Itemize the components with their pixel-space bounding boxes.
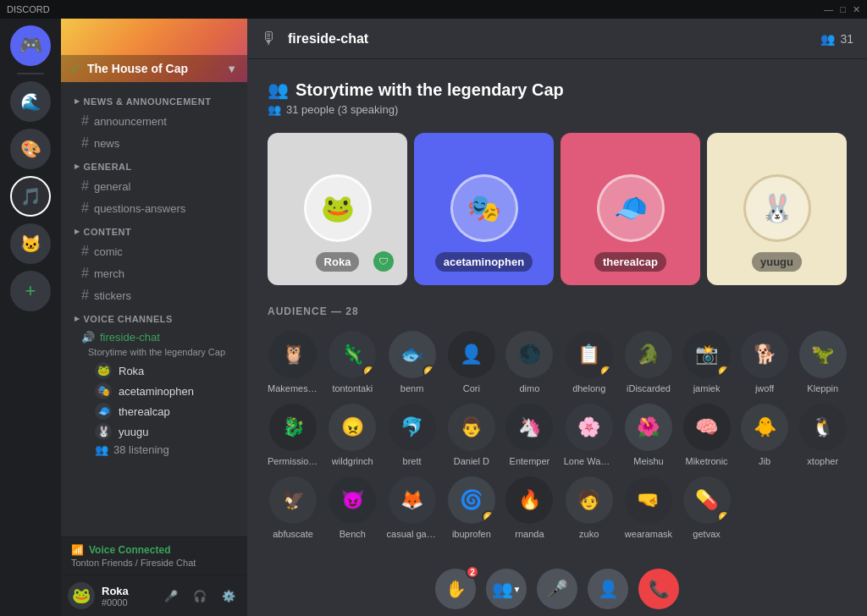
audience-member[interactable]: 🐬 brett: [387, 404, 438, 466]
audience-member[interactable]: 🦎 🔔 tontontaki: [329, 331, 377, 393]
audience-member[interactable]: 🐟 🔔 benm: [387, 331, 438, 393]
voice-member-avatar: 🐰: [95, 423, 112, 440]
audience-avatar: 🧠: [683, 404, 731, 451]
audience-member[interactable]: 🧑 zuko: [564, 476, 615, 539]
audience-member[interactable]: 📸 🔔 jamiek: [682, 331, 731, 393]
voice-channel-icon: 🎙: [261, 29, 278, 48]
stage-content: 👥 Storytime with the legendary Cap 👥 31 …: [247, 59, 867, 562]
add-server-button[interactable]: +: [10, 271, 51, 311]
audience-member[interactable]: 🦊 casual gamer: [387, 476, 438, 539]
channel-merch[interactable]: # merch: [68, 262, 240, 284]
audience-name: Miketronic: [686, 456, 728, 466]
audience-button[interactable]: 👥▼: [486, 569, 527, 609]
audience-avatar: 🦊: [389, 476, 436, 524]
audience-member[interactable]: 🦖 Kleppin: [798, 331, 847, 393]
audience-badge: 🔔: [599, 365, 613, 378]
audience-member[interactable]: 🌑 dimo: [505, 331, 554, 393]
server-icon-1[interactable]: 🌊: [10, 81, 51, 122]
audience-member[interactable]: 🦉 Makemespeakrr: [268, 331, 318, 393]
category-collapse-icon: ▸: [75, 96, 80, 107]
voice-status-bar: 📶 Voice Connected Tonton Friends / Fires…: [61, 536, 247, 575]
audience-member[interactable]: 👨 Daniel D: [448, 404, 496, 466]
voice-channel-subtitle: Storytime with the legendary Cap: [61, 347, 247, 360]
channel-announcement[interactable]: # announcement: [68, 110, 240, 132]
audience-member[interactable]: 🐕 jwoff: [741, 331, 789, 393]
audience-member[interactable]: 💊 🔔 getvax: [682, 476, 731, 539]
speaker-card-acetaminophen[interactable]: 🎭 acetaminophen: [414, 133, 554, 285]
audience-member[interactable]: 📋 🔔 dhelong: [564, 331, 615, 393]
audience-member[interactable]: 🌺 Meishu: [625, 404, 673, 466]
voice-member-therealcap[interactable]: 🧢 therealcap: [68, 401, 240, 421]
speaker-avatar-yuugu: 🐰: [743, 174, 811, 242]
channel-hash-icon: #: [81, 288, 89, 303]
audience-member[interactable]: 🐊 iDiscarded: [625, 331, 673, 393]
audience-name: Entemper: [510, 456, 550, 466]
speaker-card-therealcap[interactable]: 🧢 therealcap: [561, 133, 700, 285]
audience-member[interactable]: 🐧 xtopher: [798, 404, 847, 466]
channel-comic[interactable]: # comic: [68, 240, 240, 262]
audience-member[interactable]: 🦄 Entemper: [505, 404, 554, 466]
audience-member[interactable]: 🦅 abfuscate: [268, 476, 318, 539]
server-icon-2[interactable]: 🎨: [10, 129, 51, 169]
stage-title: 👥 Storytime with the legendary Cap: [268, 80, 847, 100]
server-dropdown-icon[interactable]: ▼: [226, 63, 237, 75]
server-icon-discord[interactable]: 🎮: [10, 25, 51, 66]
microphone-button[interactable]: 🎤: [537, 569, 577, 609]
audience-member[interactable]: 😈 Bench: [329, 476, 377, 539]
audience-member[interactable]: 🐉 Permission Man: [268, 404, 318, 466]
settings-button[interactable]: ⚙️: [217, 584, 240, 608]
audience-member[interactable]: 🌸 Lone Wanderer: [564, 404, 615, 466]
category-general[interactable]: ▸ GENERAL: [61, 154, 247, 175]
audience-avatar: 🐕: [741, 331, 788, 378]
discord-logo: 🎮: [19, 35, 42, 57]
voice-connected-label: 📶 Voice Connected: [71, 544, 237, 556]
speaker-mod-icon: 🛡: [373, 251, 394, 272]
app-title: DISCORD: [7, 4, 50, 14]
audience-name: xtopher: [807, 456, 838, 466]
audience-avatar: 🐊: [625, 331, 672, 378]
voice-member-roka[interactable]: 🐸 Roka: [68, 360, 240, 381]
raise-hand-button[interactable]: ✋ 2: [435, 569, 476, 609]
speaker-card-roka[interactable]: 🐸 Roka 🛡: [268, 133, 407, 285]
close-button[interactable]: ✕: [853, 4, 860, 15]
channel-general[interactable]: # general: [68, 175, 240, 197]
stage-icon: 👥: [268, 80, 289, 100]
deafen-button[interactable]: 🎧: [188, 584, 212, 608]
voice-member-avatar: 🎭: [95, 382, 112, 399]
channel-news[interactable]: # news: [68, 132, 240, 154]
category-collapse-icon: ▸: [75, 313, 80, 324]
server-icon-4[interactable]: 🐱: [10, 223, 51, 264]
audience-name: ibuprofen: [452, 529, 491, 539]
category-collapse-icon: ▸: [75, 226, 80, 237]
invite-button[interactable]: 👤: [588, 569, 628, 609]
audience-member[interactable]: 🤜 wearamask: [625, 476, 673, 539]
audience-member[interactable]: 🔥 rnanda: [505, 476, 554, 539]
current-user-avatar: 🐸: [68, 582, 95, 609]
maximize-button[interactable]: □: [840, 4, 846, 15]
speaker-card-yuugu[interactable]: 🐰 yuugu: [707, 133, 847, 285]
leave-button[interactable]: 📞: [638, 569, 679, 609]
minimize-button[interactable]: —: [824, 4, 833, 15]
voice-member-yuugu[interactable]: 🐰 yuugu: [68, 421, 240, 442]
audience-member[interactable]: 🧠 Miketronic: [682, 404, 731, 466]
channel-questions[interactable]: # questions-answers: [68, 197, 240, 219]
server-icon-3[interactable]: 🎵: [10, 176, 51, 217]
audience-avatar: 🤜: [625, 476, 672, 524]
category-voice[interactable]: ▸ VOICE CHANNELS: [61, 306, 247, 327]
mute-button[interactable]: 🎤: [159, 584, 183, 608]
audience-avatar: 🦉: [269, 331, 317, 378]
window-controls[interactable]: — □ ✕: [824, 4, 860, 15]
category-content[interactable]: ▸ CONTENT: [61, 219, 247, 240]
audience-avatar: 🦅: [269, 476, 317, 524]
audience-member[interactable]: 🌀 🔔 ibuprofen: [448, 476, 496, 539]
voice-member-acetaminophen[interactable]: 🎭 acetaminophen: [68, 381, 240, 401]
audience-member[interactable]: 😠 wildgrinch: [329, 404, 377, 466]
voice-channel-fireside[interactable]: 🔊 fireside-chat: [68, 327, 240, 347]
audience-name: Lone Wanderer: [564, 456, 615, 466]
audience-member[interactable]: 🐥 Jib: [741, 404, 789, 466]
channel-hash-icon: #: [81, 266, 89, 281]
audience-member[interactable]: 👤 Cori: [448, 331, 496, 393]
channel-stickers[interactable]: # stickers: [68, 284, 240, 306]
audience-name: brett: [403, 456, 422, 466]
category-news[interactable]: ▸ NEWS & ANNOUNCEMENT: [61, 89, 247, 110]
